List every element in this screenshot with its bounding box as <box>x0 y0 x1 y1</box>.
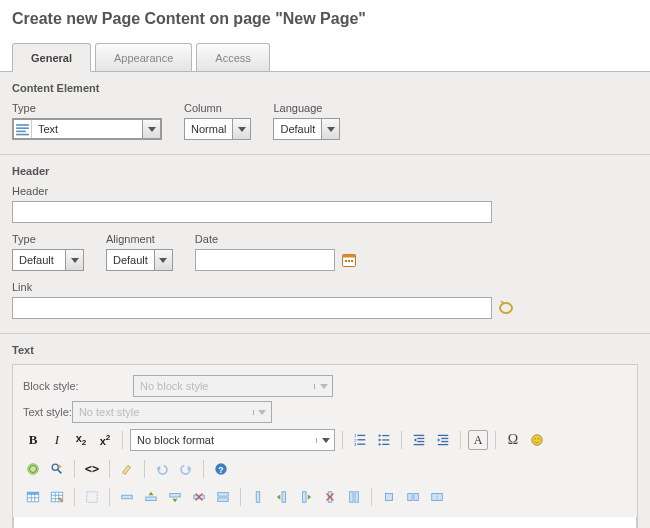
split-row-button[interactable] <box>213 487 233 507</box>
toggle-borders-button[interactable] <box>82 487 102 507</box>
svg-point-35 <box>538 438 540 440</box>
merge-cells-button[interactable] <box>427 487 447 507</box>
chevron-down-icon <box>65 250 83 270</box>
svg-rect-28 <box>438 435 449 436</box>
input-date[interactable] <box>195 249 335 271</box>
select-block-style[interactable]: No block style <box>133 375 333 397</box>
bold-button[interactable]: B <box>23 430 43 450</box>
ordered-list-button[interactable]: 123 <box>350 430 370 450</box>
label-header: Header <box>12 185 638 197</box>
cell-properties-button[interactable] <box>379 487 399 507</box>
indent-button[interactable] <box>433 430 453 450</box>
insert-table-button[interactable] <box>23 487 43 507</box>
svg-rect-15 <box>357 439 365 440</box>
section-header: Header Header Type Default Alignment Def… <box>0 155 650 334</box>
separator <box>122 431 123 449</box>
rte-toolbar-1: B I x2 x2 No block format 123 A Ω <box>23 425 627 455</box>
separator <box>203 460 204 478</box>
svg-marker-57 <box>148 492 153 496</box>
svg-rect-56 <box>146 497 157 501</box>
superscript-button[interactable]: x2 <box>95 430 115 450</box>
insert-link-button[interactable] <box>23 459 43 479</box>
svg-rect-25 <box>417 441 424 442</box>
label-date: Date <box>195 233 357 245</box>
unordered-list-button[interactable] <box>374 430 394 450</box>
delete-row-button[interactable] <box>189 487 209 507</box>
chevron-down-icon <box>321 119 339 139</box>
insert-row-before-button[interactable] <box>141 487 161 507</box>
redo-button[interactable] <box>176 459 196 479</box>
svg-rect-45 <box>27 492 38 495</box>
separator <box>371 488 372 506</box>
select-column[interactable]: Normal <box>184 118 251 140</box>
split-cell-button[interactable] <box>403 487 423 507</box>
select-language[interactable]: Default <box>273 118 340 140</box>
link-wizard-icon[interactable] <box>498 300 514 316</box>
table-properties-button[interactable] <box>47 487 67 507</box>
subscript-button[interactable]: x2 <box>71 430 91 450</box>
separator <box>495 431 496 449</box>
svg-marker-32 <box>438 438 441 442</box>
separator <box>342 431 343 449</box>
insert-character-button[interactable]: Ω <box>503 430 523 450</box>
row-properties-button[interactable] <box>117 487 137 507</box>
rte-textarea[interactable] <box>13 517 637 528</box>
separator <box>240 488 241 506</box>
undo-button[interactable] <box>152 459 172 479</box>
text-color-button[interactable]: A <box>468 430 488 450</box>
tab-general[interactable]: General <box>12 43 91 72</box>
insert-emoticon-button[interactable] <box>527 430 547 450</box>
select-header-type[interactable]: Default <box>12 249 84 271</box>
rte-editor: Block style: No block style Text style: … <box>12 364 638 528</box>
italic-button[interactable]: I <box>47 430 67 450</box>
insert-column-after-button[interactable] <box>296 487 316 507</box>
remove-format-button[interactable] <box>117 459 137 479</box>
input-link[interactable] <box>12 297 492 319</box>
separator <box>144 460 145 478</box>
section-content-element: Content Element Type Text Column Normal … <box>0 72 650 155</box>
tab-label: Access <box>215 52 250 64</box>
page-title: Create new Page Content on page "New Pag… <box>0 0 650 42</box>
tab-appearance[interactable]: Appearance <box>95 43 192 71</box>
select-text-style[interactable]: No text style <box>72 401 272 423</box>
select-content-type[interactable]: Text <box>12 118 162 140</box>
toggle-source-button[interactable]: <> <box>82 459 102 479</box>
svg-rect-55 <box>122 495 133 499</box>
svg-rect-77 <box>414 494 418 501</box>
svg-rect-14 <box>357 435 365 436</box>
tabs-bar: General Appearance Access <box>0 42 650 72</box>
svg-rect-5 <box>342 255 355 258</box>
delete-column-button[interactable] <box>320 487 340 507</box>
svg-rect-20 <box>382 435 389 436</box>
chevron-down-icon <box>154 250 172 270</box>
tab-label: General <box>31 52 72 64</box>
svg-point-33 <box>532 435 543 446</box>
help-button[interactable]: ? <box>211 459 231 479</box>
svg-rect-75 <box>386 494 393 501</box>
separator <box>74 460 75 478</box>
svg-rect-29 <box>441 438 448 439</box>
tab-label: Appearance <box>114 52 173 64</box>
column-properties-button[interactable] <box>248 487 268 507</box>
insert-column-before-button[interactable] <box>272 487 292 507</box>
svg-rect-26 <box>414 444 425 445</box>
svg-rect-22 <box>382 444 389 445</box>
tab-access[interactable]: Access <box>196 43 269 71</box>
svg-rect-2 <box>16 130 26 132</box>
outdent-button[interactable] <box>409 430 429 450</box>
find-replace-button[interactable] <box>47 459 67 479</box>
svg-rect-1 <box>16 127 29 129</box>
insert-row-after-button[interactable] <box>165 487 185 507</box>
calendar-icon[interactable] <box>341 252 357 268</box>
svg-rect-3 <box>16 133 29 135</box>
select-block-format[interactable]: No block format <box>130 429 335 451</box>
label-alignment: Alignment <box>106 233 173 245</box>
input-header[interactable] <box>12 201 492 223</box>
svg-text:3: 3 <box>354 442 357 447</box>
split-column-button[interactable] <box>344 487 364 507</box>
select-alignment[interactable]: Default <box>106 249 173 271</box>
separator <box>109 488 110 506</box>
label-type: Type <box>12 102 162 114</box>
svg-rect-0 <box>16 124 29 126</box>
svg-rect-58 <box>170 494 181 498</box>
